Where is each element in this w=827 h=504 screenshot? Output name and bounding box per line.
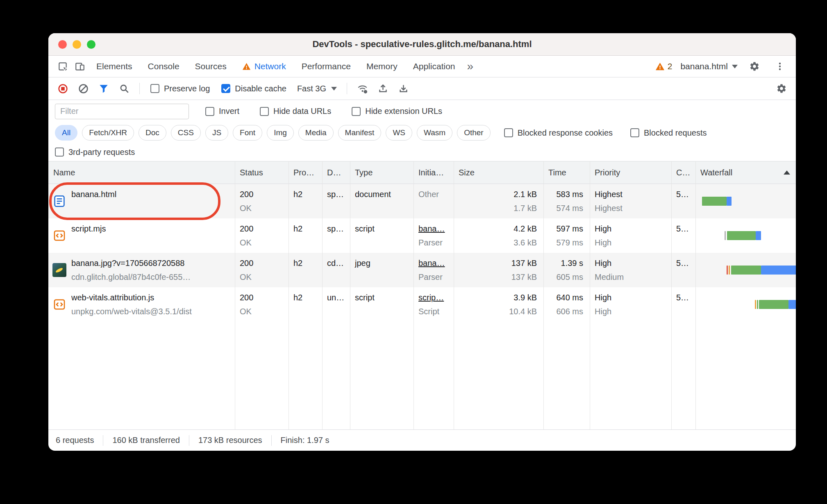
tab-network[interactable]: Network — [234, 56, 294, 77]
pill-other[interactable]: Other — [457, 125, 491, 141]
request-name: web-vitals.attribution.js — [71, 291, 192, 304]
pill-ws[interactable]: WS — [386, 125, 412, 141]
throttling-dropdown[interactable]: Fast 3G — [297, 84, 337, 93]
record-network-log-icon[interactable] — [54, 80, 71, 97]
tab-application[interactable]: Application — [405, 56, 463, 77]
blocked-response-cookies-checkbox[interactable]: Blocked response cookies — [504, 128, 613, 138]
initiator-link[interactable]: bana… — [418, 256, 454, 270]
pill-css[interactable]: CSS — [171, 125, 201, 141]
device-toolbar-icon[interactable] — [71, 58, 89, 75]
tab-performance[interactable]: Performance — [294, 56, 359, 77]
checkbox-unchecked[interactable] — [205, 107, 214, 116]
pill-img[interactable]: Img — [267, 125, 294, 141]
requests-count: 6 requests — [56, 436, 94, 445]
checkbox-unchecked[interactable] — [260, 107, 269, 116]
column-header-size[interactable]: Size — [454, 168, 543, 177]
third-party-requests-checkbox[interactable]: 3rd-party requests — [55, 148, 135, 157]
hide-data-urls-checkbox[interactable]: Hide data URLs — [260, 107, 331, 116]
column-header-waterfall[interactable]: Waterfall — [695, 168, 796, 177]
column-header-time[interactable]: Time — [543, 168, 590, 177]
table-body: banana.html 200OK h2 sp… document Other … — [48, 184, 796, 429]
column-header-initiator[interactable]: Initia… — [414, 168, 454, 177]
pill-js[interactable]: JS — [205, 125, 228, 141]
export-har-icon[interactable] — [395, 80, 412, 97]
resource-type-filters: All Fetch/XHR Doc CSS JS Font Img Media … — [48, 123, 796, 143]
disable-cache-checkbox[interactable]: Disable cache — [221, 84, 286, 93]
blocked-requests-checkbox[interactable]: Blocked requests — [630, 128, 707, 138]
pill-doc[interactable]: Doc — [139, 125, 166, 141]
pill-wasm[interactable]: Wasm — [417, 125, 452, 141]
column-header-type[interactable]: Type — [350, 168, 414, 177]
column-header-priority[interactable]: Priority — [590, 168, 671, 177]
initiator-link[interactable]: bana… — [418, 222, 454, 236]
table-row-script-mjs[interactable]: script.mjs 200OK h2 sp… script bana…Pars… — [48, 218, 796, 253]
resources-size: 173 kB resources — [198, 436, 262, 445]
script-file-icon — [52, 297, 66, 311]
filter-funnel-icon[interactable] — [95, 80, 112, 97]
clear-network-log-icon[interactable] — [75, 80, 92, 97]
request-name: script.mjs — [71, 222, 106, 236]
pill-fetch-xhr[interactable]: Fetch/XHR — [82, 125, 134, 141]
column-header-protocol[interactable]: Pro… — [289, 168, 322, 177]
pill-font[interactable]: Font — [233, 125, 262, 141]
toolbar-divider — [139, 83, 140, 94]
more-tabs-icon[interactable]: » — [463, 60, 477, 73]
checkbox-checked[interactable] — [221, 84, 230, 93]
status-bar: 6 requests 160 kB transferred 173 kB res… — [48, 429, 796, 451]
sort-ascending-icon — [784, 170, 790, 175]
pill-manifest[interactable]: Manifest — [338, 125, 382, 141]
table-row-banana-html[interactable]: banana.html 200OK h2 sp… document Other … — [48, 184, 796, 218]
tab-elements[interactable]: Elements — [89, 56, 140, 77]
devtools-window: DevTools - speculative-rules.glitch.me/b… — [48, 33, 796, 451]
column-header-domain[interactable]: D… — [322, 168, 350, 177]
waterfall-cell — [695, 218, 796, 253]
document-file-icon — [52, 194, 66, 208]
filter-input[interactable] — [55, 104, 189, 119]
table-row-banana-jpg[interactable]: banana.jpg?v=1705668720588 cdn.glitch.gl… — [48, 253, 796, 287]
initiator-link[interactable]: scrip… — [418, 291, 454, 304]
checkbox-unchecked[interactable] — [150, 84, 159, 93]
column-header-name[interactable]: Name — [48, 168, 235, 177]
more-options-kebab-icon[interactable] — [771, 58, 788, 75]
warning-icon — [655, 62, 665, 71]
network-toolbar: Preserve log Disable cache Fast 3G — [48, 77, 796, 100]
column-header-connection[interactable]: C… — [671, 168, 695, 177]
search-icon[interactable] — [116, 80, 133, 97]
hide-extension-urls-checkbox[interactable]: Hide extension URLs — [352, 107, 442, 116]
settings-gear-icon[interactable] — [746, 58, 763, 75]
domain: sp… — [322, 184, 350, 218]
import-har-icon[interactable] — [374, 80, 391, 97]
request-name: banana.html — [71, 187, 116, 201]
checkbox-unchecked[interactable] — [352, 107, 361, 116]
pill-all[interactable]: All — [55, 125, 77, 141]
waterfall-cell — [695, 287, 796, 322]
waterfall-cell — [695, 253, 796, 287]
checkbox-unchecked[interactable] — [630, 128, 639, 137]
chevron-down-icon — [732, 65, 738, 68]
network-conditions-icon[interactable] — [354, 80, 371, 97]
network-settings-gear-icon[interactable] — [773, 80, 790, 97]
script-file-icon — [52, 229, 66, 243]
issues-badge[interactable]: 2 — [655, 61, 673, 71]
protocol: h2 — [289, 184, 322, 218]
column-header-status[interactable]: Status — [235, 168, 289, 177]
waterfall-cell — [695, 184, 796, 218]
tab-sources[interactable]: Sources — [187, 56, 234, 77]
filter-row: Invert Hide data URLs Hide extension URL… — [48, 100, 796, 123]
window-title: DevTools - speculative-rules.glitch.me/b… — [48, 39, 796, 50]
pill-media[interactable]: Media — [298, 125, 334, 141]
request-name: banana.jpg?v=1705668720588 — [71, 256, 191, 270]
table-header: Name Status Pro… D… Type Initia… Size Ti… — [48, 161, 796, 184]
tab-memory[interactable]: Memory — [359, 56, 405, 77]
invert-checkbox[interactable]: Invert — [205, 107, 239, 116]
page-selector-dropdown[interactable]: banana.html — [680, 61, 738, 71]
checkbox-unchecked[interactable] — [504, 128, 513, 137]
image-thumbnail-icon — [52, 263, 66, 277]
tab-console[interactable]: Console — [140, 56, 187, 77]
inspect-element-icon[interactable] — [54, 58, 71, 75]
table-row-web-vitals[interactable]: web-vitals.attribution.js unpkg.com/web-… — [48, 287, 796, 322]
window-titlebar[interactable]: DevTools - speculative-rules.glitch.me/b… — [48, 33, 796, 56]
request-path: cdn.glitch.global/87b4c0fe-655… — [71, 270, 191, 284]
preserve-log-checkbox[interactable]: Preserve log — [150, 84, 210, 93]
checkbox-unchecked[interactable] — [55, 148, 64, 157]
